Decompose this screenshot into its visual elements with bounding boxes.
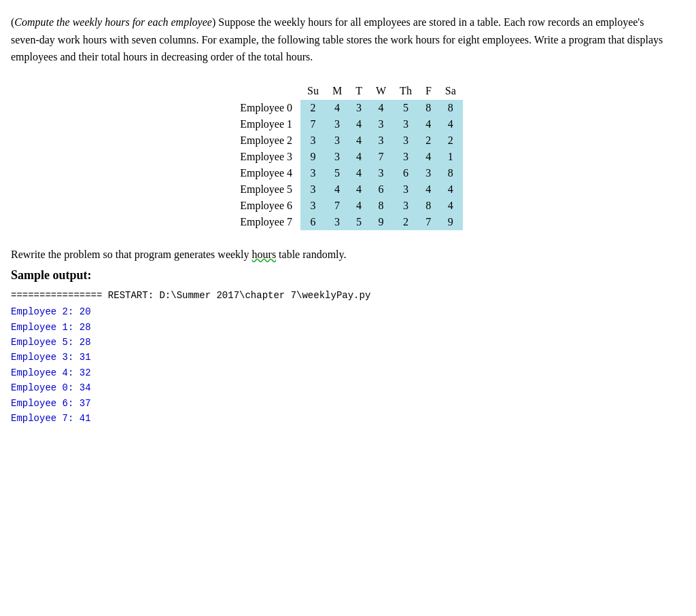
hours-cell: 8 (438, 165, 463, 181)
table-row: Employee 39347341 (233, 149, 463, 165)
employee-name-cell: Employee 5 (233, 181, 300, 198)
rewrite-underline-word: hours (252, 249, 277, 260)
hours-cell: 9 (369, 214, 393, 230)
hours-cell: 4 (438, 198, 463, 214)
hours-cell: 3 (326, 214, 349, 230)
employee-col-header (233, 82, 300, 100)
hours-cell: 4 (349, 132, 369, 149)
output-line: Employee 3: 31 (11, 350, 685, 365)
hours-cell: 3 (326, 149, 349, 165)
col-th: Th (393, 82, 419, 100)
employee-name-cell: Employee 3 (233, 149, 300, 165)
table-row: Employee 53446344 (233, 181, 463, 198)
hours-cell: 3 (300, 132, 326, 149)
hours-cell: 2 (300, 100, 326, 116)
code-output-block: ================ RESTART: D:\Summer 2017… (11, 288, 685, 427)
employee-name-cell: Employee 4 (233, 165, 300, 181)
hours-cell: 4 (369, 100, 393, 116)
problem-description: (Compute the weekly hours for each emplo… (11, 14, 663, 66)
hours-cell: 4 (419, 181, 438, 198)
hours-cell: 1 (438, 149, 463, 165)
hours-cell: 4 (349, 181, 369, 198)
hours-cell: 6 (393, 165, 419, 181)
hours-cell: 4 (326, 100, 349, 116)
table-row: Employee 63748384 (233, 198, 463, 214)
hours-cell: 2 (419, 132, 438, 149)
hours-cell: 3 (419, 165, 438, 181)
hours-cell: 3 (393, 198, 419, 214)
hours-cell: 4 (419, 116, 438, 132)
hours-cell: 8 (419, 198, 438, 214)
hours-cell: 4 (349, 165, 369, 181)
hours-cell: 7 (326, 198, 349, 214)
hours-cell: 3 (393, 132, 419, 149)
hours-cell: 5 (393, 100, 419, 116)
hours-cell: 7 (419, 214, 438, 230)
hours-cell: 3 (393, 181, 419, 198)
col-sa: Sa (438, 82, 463, 100)
hours-cell: 3 (369, 165, 393, 181)
col-su: Su (300, 82, 326, 100)
rewrite-text-before: Rewrite the problem so that program gene… (11, 249, 252, 260)
output-lines: Employee 2: 20Employee 1: 28Employee 5: … (11, 304, 685, 426)
hours-table: Su M T W Th F Sa Employee 02434588Employ… (233, 82, 463, 230)
hours-cell: 3 (300, 165, 326, 181)
employee-name-cell: Employee 1 (233, 116, 300, 132)
employee-name-cell: Employee 7 (233, 214, 300, 230)
output-line: Employee 2: 20 (11, 304, 685, 319)
hours-cell: 2 (393, 214, 419, 230)
output-line: Employee 0: 34 (11, 380, 685, 395)
col-t: T (349, 82, 369, 100)
hours-cell: 4 (419, 149, 438, 165)
employee-name-cell: Employee 0 (233, 100, 300, 116)
table-row: Employee 02434588 (233, 100, 463, 116)
hours-cell: 8 (369, 198, 393, 214)
sample-output-heading: Sample output: (11, 268, 685, 283)
table-header-row: Su M T W Th F Sa (233, 82, 463, 100)
hours-cell: 3 (369, 132, 393, 149)
col-w: W (369, 82, 393, 100)
rewrite-paragraph: Rewrite the problem so that program gene… (11, 247, 685, 263)
table-row: Employee 43543638 (233, 165, 463, 181)
employee-name-cell: Employee 2 (233, 132, 300, 149)
hours-cell: 4 (438, 181, 463, 198)
table-body: Employee 02434588Employee 17343344Employ… (233, 100, 463, 230)
output-line: Employee 4: 32 (11, 365, 685, 380)
table-row: Employee 17343344 (233, 116, 463, 132)
hours-cell: 6 (369, 181, 393, 198)
hours-cell: 6 (300, 214, 326, 230)
hours-cell: 3 (393, 149, 419, 165)
hours-cell: 5 (349, 214, 369, 230)
col-f: F (419, 82, 438, 100)
hours-cell: 2 (438, 132, 463, 149)
hours-cell: 3 (393, 116, 419, 132)
output-line: Employee 6: 37 (11, 396, 685, 411)
hours-cell: 7 (369, 149, 393, 165)
hours-cell: 7 (300, 116, 326, 132)
hours-cell: 3 (326, 116, 349, 132)
hours-cell: 9 (438, 214, 463, 230)
hours-cell: 3 (300, 181, 326, 198)
problem-italic: Compute the weekly hours for each employ… (14, 16, 212, 28)
hours-cell: 9 (300, 149, 326, 165)
restart-line: ================ RESTART: D:\Summer 2017… (11, 288, 685, 303)
col-m: M (326, 82, 349, 100)
table-row: Employee 76359279 (233, 214, 463, 230)
hours-cell: 4 (349, 198, 369, 214)
hours-cell: 3 (300, 198, 326, 214)
hours-cell: 3 (326, 132, 349, 149)
output-line: Employee 1: 28 (11, 320, 685, 335)
table-row: Employee 23343322 (233, 132, 463, 149)
employee-name-cell: Employee 6 (233, 198, 300, 214)
hours-cell: 4 (349, 149, 369, 165)
hours-cell: 4 (349, 116, 369, 132)
rewrite-text-after: table randomly. (276, 249, 346, 260)
output-line: Employee 5: 28 (11, 335, 685, 350)
hours-cell: 3 (349, 100, 369, 116)
hours-cell: 4 (326, 181, 349, 198)
hours-cell: 4 (438, 116, 463, 132)
hours-cell: 8 (438, 100, 463, 116)
hours-cell: 5 (326, 165, 349, 181)
output-line: Employee 7: 41 (11, 411, 685, 426)
hours-table-wrapper: Su M T W Th F Sa Employee 02434588Employ… (11, 82, 685, 230)
